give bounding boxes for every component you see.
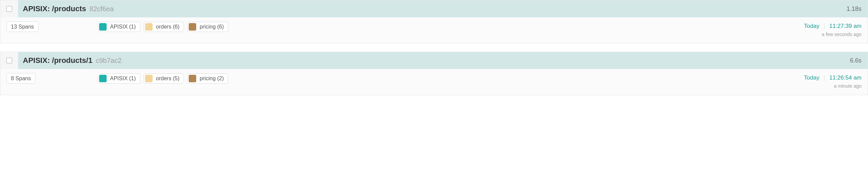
service-color-swatch bbox=[99, 75, 107, 82]
service-color-swatch bbox=[145, 75, 153, 82]
trace-time-block: Today11:27:39 ama few seconds ago bbox=[804, 21, 862, 37]
service-color-swatch bbox=[99, 23, 107, 31]
service-label: orders (6) bbox=[156, 23, 180, 30]
service-label: pricing (2) bbox=[200, 75, 224, 82]
service-pill[interactable]: APISIX (1) bbox=[98, 73, 140, 84]
time-clock: 11:26:54 am bbox=[829, 74, 862, 81]
separator-icon bbox=[824, 23, 824, 29]
trace-id: 82cf6ea bbox=[90, 5, 114, 13]
separator-icon bbox=[824, 75, 824, 81]
time-row: Today11:27:39 am bbox=[804, 23, 862, 30]
trace-body-left: 13 SpansAPISIX (1)orders (6)pricing (6) bbox=[6, 21, 804, 32]
trace-title[interactable]: APISIX: /products/1 bbox=[23, 56, 92, 65]
trace-duration: 6.6s bbox=[846, 57, 868, 64]
service-pill[interactable]: pricing (6) bbox=[187, 22, 228, 32]
time-day: Today bbox=[804, 23, 819, 30]
trace-header[interactable]: APISIX: /products/1c9b7ac26.6s bbox=[0, 52, 868, 69]
spans-column: 13 Spans bbox=[6, 21, 94, 32]
time-ago: a few seconds ago bbox=[822, 32, 862, 37]
service-pill[interactable]: orders (6) bbox=[144, 22, 184, 32]
trace-id: c9b7ac2 bbox=[96, 57, 122, 65]
trace-title[interactable]: APISIX: /products bbox=[23, 4, 86, 13]
trace-checkbox[interactable] bbox=[6, 6, 12, 12]
service-label: pricing (6) bbox=[200, 23, 224, 30]
service-color-swatch bbox=[189, 75, 196, 82]
trace-checkbox[interactable] bbox=[6, 57, 12, 64]
time-row: Today11:26:54 am bbox=[804, 74, 862, 81]
service-pill[interactable]: pricing (2) bbox=[187, 73, 228, 84]
service-color-swatch bbox=[145, 23, 153, 31]
service-pill[interactable]: APISIX (1) bbox=[98, 22, 140, 32]
spans-count-pill[interactable]: 13 Spans bbox=[6, 21, 38, 32]
service-label: orders (5) bbox=[156, 75, 180, 82]
time-clock: 11:27:39 am bbox=[829, 23, 862, 30]
trace-item[interactable]: APISIX: /products82cf6ea1.18s13 SpansAPI… bbox=[0, 0, 868, 44]
service-pill[interactable]: orders (5) bbox=[144, 73, 184, 84]
service-color-swatch bbox=[189, 23, 196, 31]
checkbox-wrap bbox=[0, 0, 18, 17]
trace-body: 13 SpansAPISIX (1)orders (6)pricing (6)T… bbox=[0, 17, 868, 43]
trace-header-main: APISIX: /products/1c9b7ac2 bbox=[18, 52, 846, 69]
service-label: APISIX (1) bbox=[110, 23, 136, 30]
trace-header[interactable]: APISIX: /products82cf6ea1.18s bbox=[0, 0, 868, 17]
trace-header-main: APISIX: /products82cf6ea bbox=[18, 0, 842, 17]
trace-list: APISIX: /products82cf6ea1.18s13 SpansAPI… bbox=[0, 0, 868, 95]
spans-column: 8 Spans bbox=[6, 73, 94, 84]
trace-body: 8 SpansAPISIX (1)orders (5)pricing (2)To… bbox=[0, 69, 868, 95]
time-ago: a minute ago bbox=[834, 83, 862, 89]
trace-body-left: 8 SpansAPISIX (1)orders (5)pricing (2) bbox=[6, 73, 804, 84]
trace-duration: 1.18s bbox=[842, 5, 868, 13]
service-label: APISIX (1) bbox=[110, 75, 136, 82]
spans-count-pill[interactable]: 8 Spans bbox=[6, 73, 35, 84]
time-day: Today bbox=[804, 74, 819, 81]
trace-time-block: Today11:26:54 ama minute ago bbox=[804, 73, 862, 89]
trace-item[interactable]: APISIX: /products/1c9b7ac26.6s8 SpansAPI… bbox=[0, 52, 868, 95]
checkbox-wrap bbox=[0, 52, 18, 69]
